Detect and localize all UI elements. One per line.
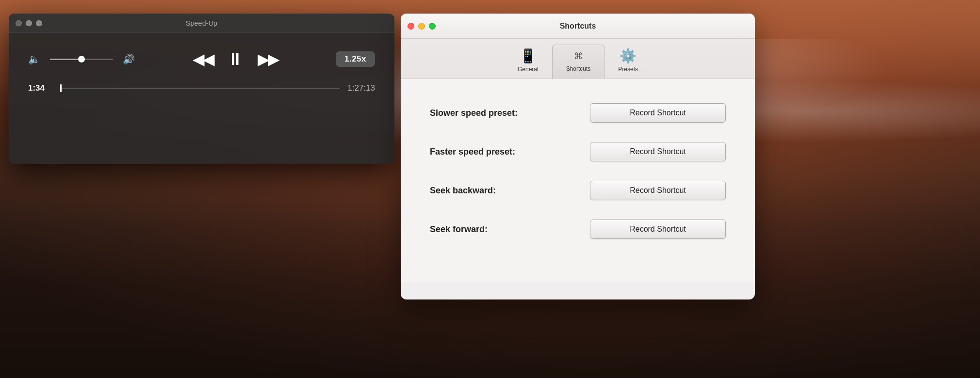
seek-backward-record-button[interactable]: Record Shortcut [590,181,726,200]
shortcuts-minimize-button[interactable] [418,23,425,30]
volume-slider[interactable] [50,59,113,60]
volume-track[interactable] [50,59,113,60]
shortcuts-window: Shortcuts 📱 General ⌘ Shortcuts ⚙️ Prese… [401,14,755,299]
volume-fill [50,59,82,60]
general-label: General [518,66,539,73]
remaining-time: 1:27:13 [347,83,375,93]
rewind-button[interactable]: ◀◀ [191,49,215,69]
volume-high-icon: 🔊 [123,53,135,65]
presets-label: Presets [618,66,638,73]
shortcuts-toolbar: 📱 General ⌘ Shortcuts ⚙️ Presets [401,39,755,79]
volume-low-icon: 🔈 [28,53,40,65]
general-icon: 📱 [520,49,537,63]
progress-track[interactable] [60,88,340,89]
tab-general[interactable]: 📱 General [504,45,552,79]
tab-presets[interactable]: ⚙️ Presets [604,45,652,79]
faster-speed-record-button[interactable]: Record Shortcut [590,142,726,161]
progress-cursor[interactable] [60,84,62,92]
shortcuts-tab-label: Shortcuts [566,65,591,72]
player-minimize-button[interactable] [26,20,32,26]
player-titlebar: Speed-Up [9,14,394,33]
forward-button[interactable]: ▶▶ [256,49,280,69]
player-traffic-lights [16,20,42,26]
player-window: Speed-Up 🔈 🔊 ◀◀ ⏸ ▶▶ [9,14,394,164]
seek-backward-label: Seek backward: [430,186,496,196]
current-time: 1:34 [28,83,52,93]
slower-speed-record-button[interactable]: Record Shortcut [590,103,726,123]
shortcuts-maximize-button[interactable] [429,23,436,30]
shortcuts-content: Slower speed preset: Record Shortcut Fas… [401,79,755,283]
shortcuts-traffic-lights [408,23,436,30]
shortcut-row-seek-backward: Seek backward: Record Shortcut [430,181,726,200]
shortcuts-close-button[interactable] [408,23,414,30]
seek-forward-label: Seek forward: [430,224,488,235]
progress-row: 1:34 1:27:13 [28,83,375,93]
tab-shortcuts[interactable]: ⌘ Shortcuts [552,45,605,79]
player-maximize-button[interactable] [36,20,42,26]
speed-badge[interactable]: 1.25x [336,51,375,67]
shortcut-row-faster: Faster speed preset: Record Shortcut [430,142,726,161]
shortcuts-titlebar: Shortcuts [401,14,755,39]
player-close-button[interactable] [16,20,22,26]
shortcut-row-seek-forward: Seek forward: Record Shortcut [430,220,726,239]
player-controls: 🔈 🔊 ◀◀ ⏸ ▶▶ 1.25x 1:34 [9,33,394,103]
pause-button[interactable]: ⏸ [225,48,246,70]
faster-speed-label: Faster speed preset: [430,147,515,157]
seek-forward-record-button[interactable]: Record Shortcut [590,220,726,239]
controls-row: 🔈 🔊 ◀◀ ⏸ ▶▶ 1.25x [28,48,375,70]
player-title: Speed-Up [186,19,217,27]
presets-icon: ⚙️ [620,49,637,63]
shortcuts-title: Shortcuts [560,22,596,31]
volume-thumb[interactable] [78,56,85,63]
shortcut-row-slower: Slower speed preset: Record Shortcut [430,103,726,123]
slower-speed-label: Slower speed preset: [430,108,518,118]
shortcuts-icon: ⌘ [574,50,582,63]
